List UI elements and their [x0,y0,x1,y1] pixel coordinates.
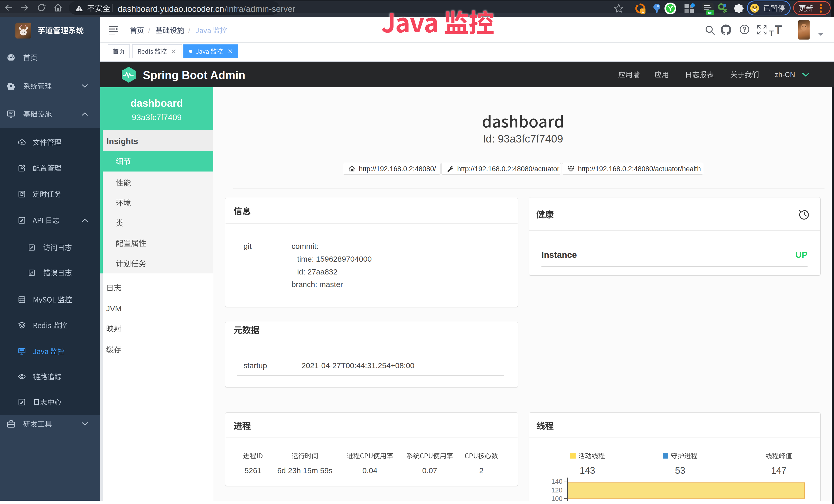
svg-text:1: 1 [642,9,644,13]
svg-text:on: on [708,10,712,15]
